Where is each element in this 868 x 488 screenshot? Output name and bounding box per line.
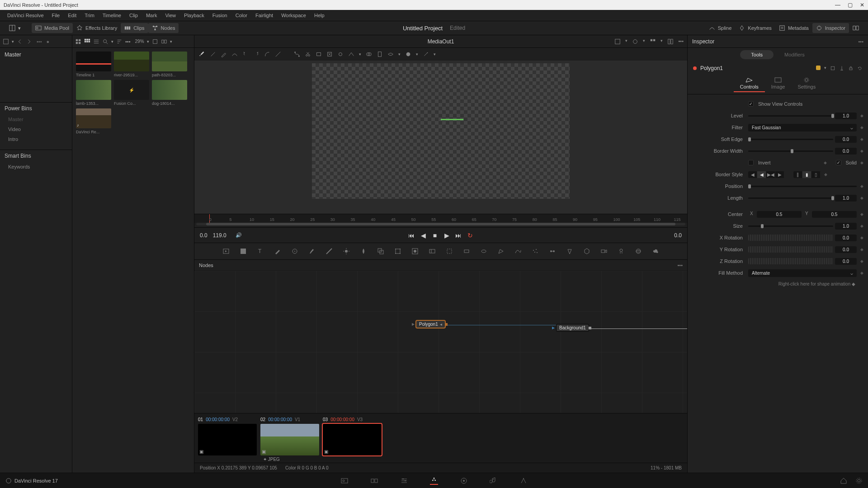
smartbin-keywords[interactable]: Keywords bbox=[0, 162, 72, 172]
keyframes-toggle[interactable]: Keyframes bbox=[735, 23, 775, 33]
media-thumb-6[interactable]: ♪DaVinci Re... bbox=[76, 108, 111, 134]
draw-line-icon[interactable] bbox=[210, 51, 216, 57]
media-thumb-1[interactable]: river-29519... bbox=[114, 52, 149, 77]
menu-workspace[interactable]: Workspace bbox=[278, 12, 310, 19]
search-icon[interactable] bbox=[102, 38, 108, 45]
shape-loop-icon[interactable] bbox=[337, 51, 344, 57]
borderstyle-g[interactable]: ▯ bbox=[811, 171, 821, 178]
tool-particles-icon[interactable] bbox=[532, 248, 539, 255]
polygon-shape[interactable] bbox=[441, 119, 463, 120]
page-color-icon[interactable] bbox=[460, 477, 468, 485]
tool-text-icon[interactable]: T bbox=[257, 248, 264, 255]
center-keyframe[interactable]: ◆ bbox=[860, 212, 863, 216]
bin-slider-dot[interactable]: ● bbox=[47, 39, 50, 44]
tool-rectangle-mask-icon[interactable] bbox=[463, 248, 470, 255]
tool-light-icon[interactable] bbox=[618, 248, 625, 255]
viewer-more-icon[interactable]: ••• bbox=[678, 38, 684, 45]
layout-dropdown[interactable]: ▾ bbox=[5, 23, 24, 33]
tool-shape3d-icon[interactable] bbox=[583, 248, 590, 255]
level-value[interactable]: 1.0 bbox=[835, 113, 857, 119]
window-minimize[interactable]: — bbox=[835, 2, 840, 8]
menu-view[interactable]: View bbox=[161, 12, 179, 19]
yrot-keyframe[interactable]: ◆ bbox=[860, 247, 863, 252]
play-icon[interactable]: ▶ bbox=[443, 232, 450, 239]
borderstyle-keyframe[interactable]: ◆ bbox=[824, 172, 827, 177]
tool-background-icon[interactable] bbox=[240, 248, 247, 255]
media-thumb-4[interactable]: Fusion Co... bbox=[114, 80, 149, 106]
borderstyle-a[interactable]: ◀ bbox=[748, 171, 757, 178]
play-range[interactable] bbox=[196, 223, 685, 225]
dual-screen-toggle[interactable] bbox=[849, 23, 863, 33]
bin-options-icon[interactable]: ••• bbox=[37, 39, 42, 44]
bin-chevron-down-icon[interactable]: ▾ bbox=[12, 39, 14, 44]
tool-prender-icon[interactable] bbox=[549, 248, 556, 255]
handle-mode-icon[interactable] bbox=[348, 51, 354, 57]
subtab-controls[interactable]: Controls bbox=[734, 75, 765, 92]
shape-anim-note[interactable]: Right-click here for shape animation ◆ bbox=[692, 279, 863, 289]
handle-mode-chevron[interactable]: ▾ bbox=[359, 52, 361, 56]
history-back-icon[interactable] bbox=[17, 38, 23, 45]
media-thumb-2[interactable]: path-83203... bbox=[152, 52, 187, 77]
subtab-settings[interactable]: Settings bbox=[791, 75, 822, 92]
versions-icon[interactable] bbox=[830, 66, 835, 71]
menu-trim[interactable]: Trim bbox=[81, 12, 98, 19]
page-fusion-icon[interactable] bbox=[430, 477, 438, 485]
tool-camera3d-icon[interactable] bbox=[600, 248, 608, 255]
mask-mode-chevron[interactable]: ▾ bbox=[416, 52, 418, 56]
home-icon[interactable] bbox=[840, 477, 847, 484]
media-pool-toggle[interactable]: Media Pool bbox=[32, 23, 73, 33]
media-options-icon[interactable]: ••• bbox=[125, 39, 131, 44]
show-view-controls-checkbox[interactable] bbox=[748, 101, 754, 107]
loop-icon[interactable]: ↻ bbox=[467, 232, 474, 239]
clip-01[interactable]: 0100:00:00:00V2▣ bbox=[198, 417, 257, 455]
mask-mode-icon[interactable] bbox=[405, 51, 411, 57]
planar-chevron[interactable]: ▾ bbox=[398, 52, 401, 56]
viewer-roi-chevron[interactable]: ▾ bbox=[643, 38, 645, 45]
node-graph[interactable]: Polygon1◂ Background1 MediaOut1 bbox=[194, 271, 687, 413]
viewer-canvas[interactable] bbox=[194, 61, 687, 214]
bin-dropdown-icon[interactable] bbox=[3, 38, 9, 45]
tc-end[interactable]: 0.0 bbox=[674, 232, 682, 239]
draw-pen-icon[interactable] bbox=[199, 51, 205, 57]
time-ruler[interactable]: 0510152025303540455055606570758085909510… bbox=[194, 214, 687, 223]
xrot-wheel[interactable] bbox=[748, 235, 833, 241]
size-slider[interactable] bbox=[748, 225, 833, 227]
borderwidth-value[interactable]: 0.0 bbox=[835, 148, 857, 155]
tool-brightness-icon[interactable] bbox=[343, 248, 350, 255]
tool-merge-icon[interactable] bbox=[377, 248, 384, 255]
bin-master[interactable]: Master bbox=[0, 48, 72, 61]
clips-toggle[interactable]: Clips bbox=[121, 23, 148, 33]
shape-bezier-icon[interactable] bbox=[294, 51, 300, 57]
filter-keyframe[interactable]: ◆ bbox=[860, 125, 863, 130]
invert-keyframe[interactable]: ◆ bbox=[824, 160, 827, 165]
tool-colorcorrect-icon[interactable] bbox=[326, 248, 333, 255]
media-thumb-0[interactable]: Timeline 1 bbox=[76, 52, 111, 77]
draw-smooth-icon[interactable] bbox=[231, 51, 238, 57]
node-polygon1[interactable]: Polygon1◂ bbox=[416, 320, 445, 328]
window-close[interactable]: ✕ bbox=[860, 2, 864, 8]
shape-scissors-icon[interactable] bbox=[305, 51, 311, 57]
viewer-fit-chevron[interactable]: ▾ bbox=[625, 38, 627, 45]
reset-icon[interactable] bbox=[857, 66, 863, 71]
tc-current[interactable]: 0.0 bbox=[200, 232, 208, 239]
softedge-slider[interactable] bbox=[748, 139, 833, 140]
inspector-tab-tools[interactable]: Tools bbox=[740, 50, 774, 59]
tool-mediain-icon[interactable] bbox=[222, 248, 230, 255]
media-opt2-chevron[interactable]: ▾ bbox=[170, 39, 172, 44]
xrot-value[interactable]: 0.0 bbox=[835, 235, 857, 241]
center-x-value[interactable]: 0.5 bbox=[757, 211, 802, 218]
tool-matte-icon[interactable] bbox=[411, 248, 419, 255]
page-media-icon[interactable] bbox=[340, 477, 349, 485]
viewer-roi-icon[interactable] bbox=[632, 38, 638, 45]
sort-icon[interactable] bbox=[116, 38, 123, 45]
size-value[interactable]: 1.0 bbox=[835, 223, 857, 230]
menu-davinci[interactable]: DaVinci Resolve bbox=[4, 12, 47, 19]
draw-curve-icon[interactable] bbox=[264, 51, 270, 57]
menu-fusion[interactable]: Fusion bbox=[209, 12, 231, 19]
borderstyle-c[interactable]: ▶◀ bbox=[766, 171, 775, 178]
tool-blur-icon[interactable] bbox=[360, 248, 367, 255]
borderwidth-slider[interactable] bbox=[748, 150, 833, 152]
node-enabled-dot[interactable] bbox=[693, 66, 697, 70]
position-slider[interactable] bbox=[748, 186, 857, 187]
inspector-tab-modifiers[interactable]: Modifiers bbox=[774, 50, 816, 59]
